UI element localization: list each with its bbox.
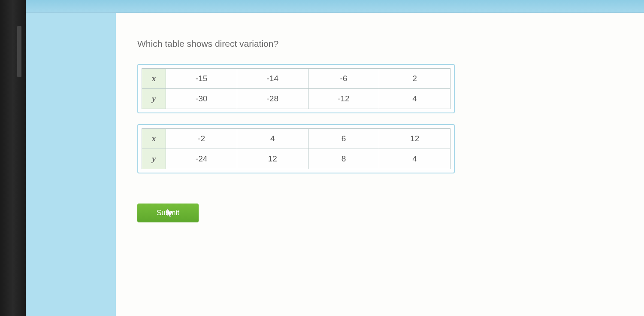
monitor-bezel xyxy=(0,0,26,316)
row-header-x: x xyxy=(142,69,166,89)
table-row: x -2 4 6 12 xyxy=(142,129,450,149)
cell: 8 xyxy=(308,149,379,169)
cell: -6 xyxy=(308,69,379,89)
cell: -14 xyxy=(237,69,308,89)
cell: 4 xyxy=(379,149,450,169)
top-bar xyxy=(26,0,644,13)
cell: 4 xyxy=(379,89,450,109)
data-table-2: x -2 4 6 12 y -24 12 8 4 xyxy=(142,128,450,169)
cell: 6 xyxy=(308,129,379,149)
cell: -28 xyxy=(237,89,308,109)
row-header-y: y xyxy=(142,89,166,109)
cell: -12 xyxy=(308,89,379,109)
screen-area: Which table shows direct variation? x -1… xyxy=(26,0,644,316)
table-option-2[interactable]: x -2 4 6 12 y -24 12 8 4 xyxy=(137,124,455,173)
cell: -30 xyxy=(166,89,237,109)
cell: 2 xyxy=(379,69,450,89)
data-table-1: x -15 -14 -6 2 y -30 -28 -12 4 xyxy=(142,68,450,109)
submit-button[interactable]: Submit xyxy=(137,204,199,222)
table-option-1[interactable]: x -15 -14 -6 2 y -30 -28 -12 4 xyxy=(137,64,455,113)
table-row: x -15 -14 -6 2 xyxy=(142,69,450,89)
cell: -24 xyxy=(166,149,237,169)
table-row: y -30 -28 -12 4 xyxy=(142,89,450,109)
cell: -2 xyxy=(166,129,237,149)
question-card: Which table shows direct variation? x -1… xyxy=(116,13,644,316)
question-text: Which table shows direct variation? xyxy=(137,39,623,49)
cell: 12 xyxy=(379,129,450,149)
row-header-y: y xyxy=(142,149,166,169)
submit-label: Submit xyxy=(157,209,179,217)
table-row: y -24 12 8 4 xyxy=(142,149,450,169)
cell: -15 xyxy=(166,69,237,89)
row-header-x: x xyxy=(142,129,166,149)
bezel-ridge xyxy=(17,26,21,77)
cell: 4 xyxy=(237,129,308,149)
cell: 12 xyxy=(237,149,308,169)
